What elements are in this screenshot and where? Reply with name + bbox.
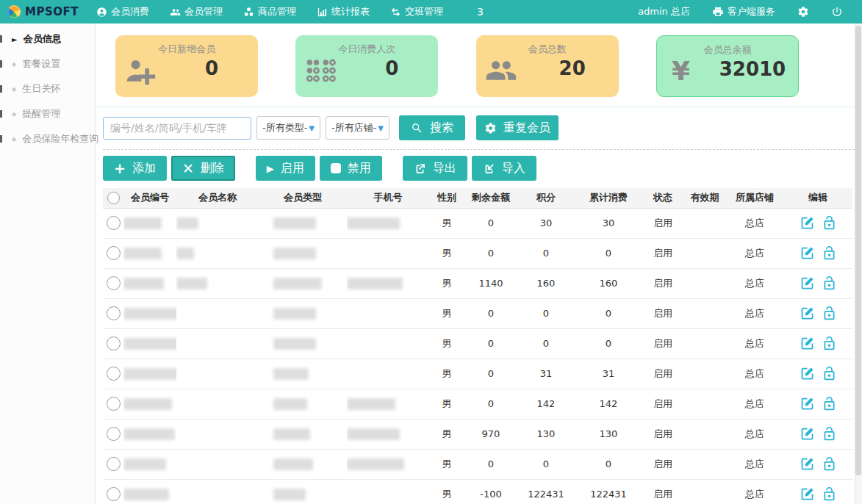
unlock-icon[interactable] [822,486,837,502]
unlock-icon[interactable] [822,336,837,351]
edit-icon[interactable] [800,456,815,472]
toolbar-button-4[interactable]: 导出 [403,156,467,181]
nav-item-3[interactable]: 统计报表 [317,5,370,18]
duplicate-member-button[interactable]: 重复会员 [476,115,558,140]
cell-balance: 0 [464,389,517,419]
toolbar-button-1[interactable]: ✕删除 [171,156,235,181]
row-select-radio[interactable] [107,367,121,381]
type-filter-select[interactable]: -所有类型- ▼ [256,116,320,140]
edit-icon[interactable] [800,486,815,502]
unlock-icon[interactable] [822,306,837,321]
col-edit: 编辑 [783,188,852,208]
stat-title: 会员总余额 [657,36,798,57]
redacted-text [347,278,403,289]
cell-member-id [123,359,176,389]
nav-item-4[interactable]: 交班管理 [390,5,443,18]
redacted-text [123,217,162,229]
edit-icon[interactable] [800,426,815,442]
row-select-radio[interactable] [107,487,121,501]
unlock-icon[interactable] [822,276,837,291]
edit-icon[interactable] [800,215,815,231]
cell-validity [683,359,726,389]
col-validity: 有效期 [683,188,726,208]
cell-member-type [259,389,347,419]
cell-balance: 0 [464,359,517,389]
cell-phone [347,238,429,268]
sidebar-item-0[interactable]: ►会员信息 [0,26,95,51]
row-select-radio[interactable] [107,427,121,441]
nav-item-2[interactable]: 商品管理 [243,5,296,18]
edit-icon[interactable] [800,276,815,291]
select-all-radio[interactable] [107,192,120,204]
redacted-text [123,368,176,380]
report-icon [317,7,328,18]
cell-member-type [259,449,347,479]
toolbar-button-3[interactable]: 禁用 [320,156,382,181]
unlock-icon[interactable] [822,366,837,381]
cell-member-id [123,208,176,238]
cell-balance: 0 [464,298,517,328]
sidebar-item-3[interactable]: ◆提醒管理 [0,101,95,126]
sidebar-item-1[interactable]: ◆套餐设置 [0,51,95,76]
logo-icon [7,5,21,18]
table-row: 男000启用总店 [103,238,852,268]
table-row: 男000启用总店 [103,449,852,479]
edit-icon[interactable] [800,306,815,321]
cell-status: 启用 [642,328,683,359]
vertical-scrollbar[interactable] [855,24,862,504]
cell-balance: 0 [464,238,517,268]
cell-validity [683,208,726,238]
nav-item-1[interactable]: 会员管理 [170,5,223,18]
export-icon [414,162,426,175]
unlock-icon[interactable] [822,426,837,442]
row-select-radio[interactable] [107,457,121,471]
stat-value: 0 [345,57,438,79]
unlock-icon[interactable] [822,456,837,472]
scrollbar-thumb[interactable] [855,26,861,475]
row-select-radio[interactable] [107,306,121,320]
cell-store: 总店 [726,268,783,298]
toolbar-button-label: 添加 [132,161,156,176]
sidebar-item-label: 提醒管理 [22,107,60,120]
stat-card-1: 今日消费人次0 [295,35,438,97]
row-select-radio[interactable] [107,246,121,260]
edit-icon[interactable] [800,336,815,351]
table-row: 男970130130启用总店 [103,419,852,449]
edit-icon[interactable] [800,245,815,261]
row-select-radio[interactable] [107,397,121,411]
stat-value: 32010 [707,58,798,80]
cell-total-spend: 130 [575,419,642,449]
unlock-icon[interactable] [822,215,837,231]
settings-button[interactable] [797,6,809,18]
cell-points: 142 [517,389,575,419]
sidebar-item-2[interactable]: ◆生日关怀 [0,76,95,101]
store-filter-value: -所有店铺- [331,121,376,134]
client-service-button[interactable]: 客户端服务 [712,5,775,18]
user-label[interactable]: admin 总店 [638,5,690,18]
unlock-icon[interactable] [822,245,837,261]
redacted-text [347,217,400,229]
logout-button[interactable] [831,6,843,18]
cell-store: 总店 [726,389,783,419]
cell-store: 总店 [726,328,783,359]
toolbar-button-2[interactable]: ▶启用 [256,156,315,181]
store-filter-select[interactable]: -所有店铺- ▼ [326,116,389,140]
nav-item-0[interactable]: 会员消费 [96,5,149,18]
redacted-text [123,458,166,470]
redacted-text [123,398,172,410]
edit-icon[interactable] [800,396,815,411]
row-select-radio[interactable] [107,276,121,290]
search-button[interactable]: 搜索 [399,115,465,140]
cell-balance: 0 [464,328,517,359]
row-select-radio[interactable] [107,216,121,230]
sidebar-item-4[interactable]: ◆会员保险年检查询 [0,126,95,151]
row-select-radio[interactable] [107,336,121,350]
unlock-icon[interactable] [822,396,837,411]
table-row: 男03030启用总店 [103,208,852,238]
play-icon: ▶ [267,164,274,173]
cell-member-name [176,268,259,298]
toolbar-button-0[interactable]: +添加 [103,156,167,181]
edit-icon[interactable] [800,366,815,381]
toolbar-button-5[interactable]: 导入 [472,156,536,181]
search-input[interactable] [103,117,251,140]
